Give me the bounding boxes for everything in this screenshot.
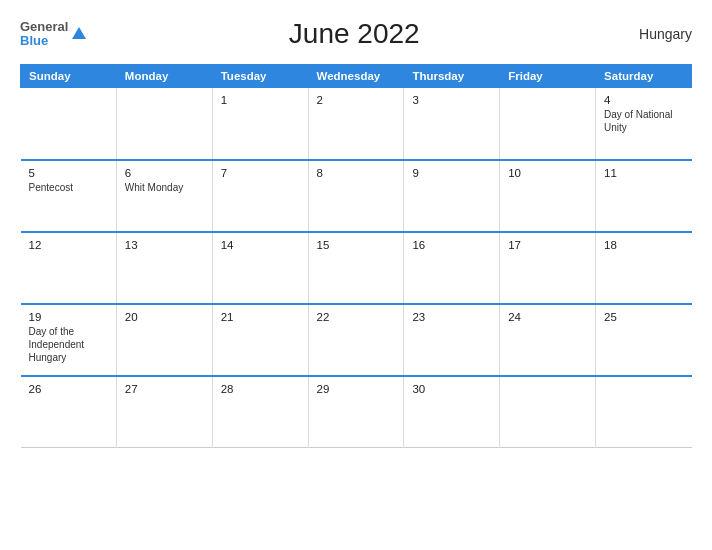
day-number: 30 bbox=[412, 383, 491, 395]
day-number: 17 bbox=[508, 239, 587, 251]
table-row: 16 bbox=[404, 232, 500, 304]
calendar-week-row: 12131415161718 bbox=[21, 232, 692, 304]
calendar-table: Sunday Monday Tuesday Wednesday Thursday… bbox=[20, 64, 692, 448]
country-label: Hungary bbox=[622, 26, 692, 42]
day-number: 23 bbox=[412, 311, 491, 323]
header-sunday: Sunday bbox=[21, 65, 117, 88]
table-row: 3 bbox=[404, 88, 500, 160]
calendar-week-row: 19Day of the Independent Hungary20212223… bbox=[21, 304, 692, 376]
day-number: 19 bbox=[29, 311, 108, 323]
weekday-header-row: Sunday Monday Tuesday Wednesday Thursday… bbox=[21, 65, 692, 88]
table-row: 23 bbox=[404, 304, 500, 376]
day-number: 22 bbox=[317, 311, 396, 323]
table-row: 20 bbox=[116, 304, 212, 376]
table-row: 21 bbox=[212, 304, 308, 376]
day-number: 14 bbox=[221, 239, 300, 251]
table-row bbox=[500, 376, 596, 448]
day-number: 13 bbox=[125, 239, 204, 251]
table-row: 19Day of the Independent Hungary bbox=[21, 304, 117, 376]
logo-blue-text: Blue bbox=[20, 34, 48, 48]
table-row: 24 bbox=[500, 304, 596, 376]
day-number: 2 bbox=[317, 94, 396, 106]
day-number: 15 bbox=[317, 239, 396, 251]
day-number: 18 bbox=[604, 239, 683, 251]
table-row: 4Day of National Unity bbox=[596, 88, 692, 160]
day-number: 16 bbox=[412, 239, 491, 251]
day-number: 1 bbox=[221, 94, 300, 106]
day-number: 7 bbox=[221, 167, 300, 179]
header-saturday: Saturday bbox=[596, 65, 692, 88]
table-row: 27 bbox=[116, 376, 212, 448]
day-number: 24 bbox=[508, 311, 587, 323]
table-row bbox=[596, 376, 692, 448]
day-event: Whit Monday bbox=[125, 182, 183, 193]
day-number: 3 bbox=[412, 94, 491, 106]
calendar-week-row: 2627282930 bbox=[21, 376, 692, 448]
day-number: 4 bbox=[604, 94, 683, 106]
table-row bbox=[116, 88, 212, 160]
table-row: 6Whit Monday bbox=[116, 160, 212, 232]
table-row: 2 bbox=[308, 88, 404, 160]
table-row: 9 bbox=[404, 160, 500, 232]
day-number: 8 bbox=[317, 167, 396, 179]
table-row: 14 bbox=[212, 232, 308, 304]
table-row: 29 bbox=[308, 376, 404, 448]
table-row: 26 bbox=[21, 376, 117, 448]
calendar-week-row: 1234Day of National Unity bbox=[21, 88, 692, 160]
logo-general-text: General bbox=[20, 20, 68, 34]
calendar-week-row: 5Pentecost6Whit Monday7891011 bbox=[21, 160, 692, 232]
table-row: 11 bbox=[596, 160, 692, 232]
day-number: 20 bbox=[125, 311, 204, 323]
header-thursday: Thursday bbox=[404, 65, 500, 88]
header-friday: Friday bbox=[500, 65, 596, 88]
day-number: 6 bbox=[125, 167, 204, 179]
day-number: 21 bbox=[221, 311, 300, 323]
day-number: 12 bbox=[29, 239, 108, 251]
table-row: 18 bbox=[596, 232, 692, 304]
day-event: Pentecost bbox=[29, 182, 73, 193]
table-row: 7 bbox=[212, 160, 308, 232]
day-number: 28 bbox=[221, 383, 300, 395]
logo: General Blue bbox=[20, 20, 86, 49]
day-number: 27 bbox=[125, 383, 204, 395]
table-row: 5Pentecost bbox=[21, 160, 117, 232]
header-wednesday: Wednesday bbox=[308, 65, 404, 88]
table-row: 12 bbox=[21, 232, 117, 304]
header-monday: Monday bbox=[116, 65, 212, 88]
table-row: 17 bbox=[500, 232, 596, 304]
day-event: Day of the Independent Hungary bbox=[29, 326, 85, 363]
table-row: 10 bbox=[500, 160, 596, 232]
day-number: 9 bbox=[412, 167, 491, 179]
day-number: 25 bbox=[604, 311, 683, 323]
day-number: 10 bbox=[508, 167, 587, 179]
logo-triangle-icon bbox=[72, 27, 86, 39]
calendar-title: June 2022 bbox=[86, 18, 622, 50]
day-number: 29 bbox=[317, 383, 396, 395]
header-tuesday: Tuesday bbox=[212, 65, 308, 88]
table-row: 30 bbox=[404, 376, 500, 448]
header: General Blue June 2022 Hungary bbox=[20, 18, 692, 50]
table-row: 25 bbox=[596, 304, 692, 376]
table-row: 15 bbox=[308, 232, 404, 304]
table-row: 13 bbox=[116, 232, 212, 304]
day-event: Day of National Unity bbox=[604, 109, 672, 133]
day-number: 5 bbox=[29, 167, 108, 179]
table-row: 22 bbox=[308, 304, 404, 376]
table-row: 1 bbox=[212, 88, 308, 160]
calendar-page: General Blue June 2022 Hungary Sunday Mo… bbox=[0, 0, 712, 550]
table-row bbox=[500, 88, 596, 160]
day-number: 11 bbox=[604, 167, 683, 179]
table-row: 8 bbox=[308, 160, 404, 232]
day-number: 26 bbox=[29, 383, 108, 395]
table-row: 28 bbox=[212, 376, 308, 448]
table-row bbox=[21, 88, 117, 160]
